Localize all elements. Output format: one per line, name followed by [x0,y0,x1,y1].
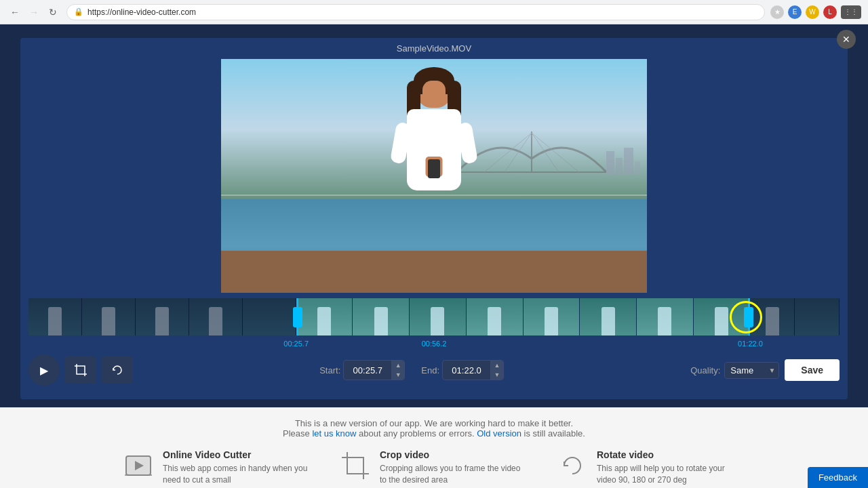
right-dimmed [750,298,840,336]
start-time-control: Start: ▲ ▼ [319,360,405,380]
feature-video-cutter-text: Online Video Cutter This web app comes i… [163,449,312,486]
ext-icon-1[interactable]: E [788,5,802,19]
info-link2[interactable]: Old version [477,428,521,439]
quality-control: Quality: Same High Medium Low ▼ [690,362,779,379]
close-button[interactable]: ✕ [837,30,856,49]
bridge-svg [457,125,606,179]
svg-line-4 [532,133,559,172]
video-dialog: ✕ SampleVideo.MOV [20,38,848,399]
svg-rect-6 [77,366,85,374]
end-time-control: End: ▲ ▼ [421,360,504,380]
feature-title-1: Crop video [380,449,529,460]
svg-rect-14 [347,458,363,474]
info-after: is still available. [521,428,585,439]
start-handle[interactable] [293,307,302,327]
woman-figure [407,70,461,192]
feature-desc-1: Cropping allows you to frame the video t… [380,463,529,486]
video-frame [221,59,647,293]
main-content: ✕ SampleVideo.MOV [0,24,868,488]
video-cutter-icon [122,449,155,482]
start-spin-down[interactable]: ▼ [392,370,404,380]
feature-crop-text: Crop video Cropping allows you to frame … [380,449,529,486]
end-spinners: ▲ ▼ [490,361,503,380]
svg-line-3 [505,133,532,172]
svg-line-2 [484,133,532,172]
crop-icon [74,363,87,377]
dialog-title: SampleVideo.MOV [20,38,848,59]
feature-video-cutter: Online Video Cutter This web app comes i… [122,449,312,486]
start-label: Start: [319,365,340,375]
crop-video-icon [339,449,372,482]
thumb-4 [189,298,243,336]
timeline-strip[interactable]: 01:22.0 [28,298,840,336]
forward-button[interactable]: → [26,4,42,20]
start-time-input[interactable] [344,361,391,380]
info-before: Please [283,428,312,439]
thumb-2 [82,298,136,336]
crop-button[interactable] [65,357,96,384]
end-handle[interactable] [744,307,753,327]
water-line [221,195,647,196]
play-button[interactable]: ▶ [28,354,60,386]
rotate-button[interactable] [102,357,133,384]
rotate-icon [111,363,124,377]
feature-desc-0: This web app comes in handy when you nee… [163,463,312,486]
start-time-input-group[interactable]: ▲ ▼ [343,360,405,380]
end-spin-down[interactable]: ▼ [491,370,503,380]
thumb-3 [136,298,189,336]
time-labels-row: 00:25.7 00:56.2 01:22.0 [28,336,840,349]
save-button[interactable]: Save [785,359,840,381]
info-mid: about any problems or errors. [356,428,477,439]
feature-title-2: Rotate video [597,449,746,460]
svg-line-5 [532,133,579,172]
nav-buttons: ← → ↻ [7,4,61,20]
address-bar[interactable]: 🔒 https://online-video-cutter.com [66,4,765,20]
video-preview [221,59,647,293]
start-spinners: ▲ ▼ [391,361,404,380]
timeline-wrapper: 01:22.0 00:25.7 00:56.2 01:22.0 [20,298,848,349]
info-line2: Please let us know about any problems or… [27,428,841,439]
time-label-mid: 00:56.2 [422,340,447,348]
end-label: End: [421,365,439,375]
thumb-14 [750,298,795,336]
star-icon[interactable]: ★ [770,5,784,19]
thumb-5 [243,298,296,336]
end-time-input[interactable] [443,361,490,380]
feature-rotate-text: Rotate video This app will help you to r… [597,449,746,486]
feature-crop-video: Crop video Cropping allows you to frame … [339,449,529,486]
play-icon: ▶ [40,364,48,377]
browser-icons: ★ E W L ⋮⋮ [770,5,861,19]
back-button[interactable]: ← [7,4,23,20]
controls-bar: ▶ Sta [20,349,848,391]
features-row: Online Video Cutter This web app comes i… [27,449,841,486]
ext-icon-2[interactable]: W [806,5,819,19]
info-text: This is a new version of our app. We are… [27,418,841,439]
lock-icon: 🔒 [74,7,83,16]
ext-icon-4[interactable]: ⋮⋮ [841,5,861,19]
info-line1: This is a new version of our app. We are… [27,418,841,428]
quality-wrapper: Same High Medium Low ▼ [724,362,779,379]
rotate-video-icon [556,449,589,482]
left-dimmed [28,298,296,336]
end-spin-up[interactable]: ▲ [491,361,503,370]
thumb-15 [795,298,840,336]
feature-rotate-video: Rotate video This app will help you to r… [556,449,746,486]
feature-title-0: Online Video Cutter [163,449,312,460]
time-label-start: 00:25.7 [283,340,309,348]
thumb-1 [28,298,82,336]
browser-chrome: ← → ↻ 🔒 https://online-video-cutter.com … [0,0,868,24]
ext-icon-3[interactable]: L [823,5,837,19]
end-time-input-group[interactable]: ▲ ▼ [442,360,504,380]
quality-select[interactable]: Same High Medium Low [724,362,779,379]
quality-label: Quality: [690,365,720,375]
ground-bg [221,251,647,293]
below-area: This is a new version of our app. We are… [0,407,868,488]
time-label-end: 01:22.0 [738,340,763,348]
selection-region [296,298,751,336]
info-link1[interactable]: let us know [312,428,356,439]
reload-button[interactable]: ↻ [45,4,61,20]
url-text: https://online-video-cutter.com [87,7,196,17]
feature-desc-2: This app will help you to rotate your vi… [597,463,746,486]
feedback-button[interactable]: Feedback [808,467,868,488]
start-spin-up[interactable]: ▲ [392,361,404,370]
